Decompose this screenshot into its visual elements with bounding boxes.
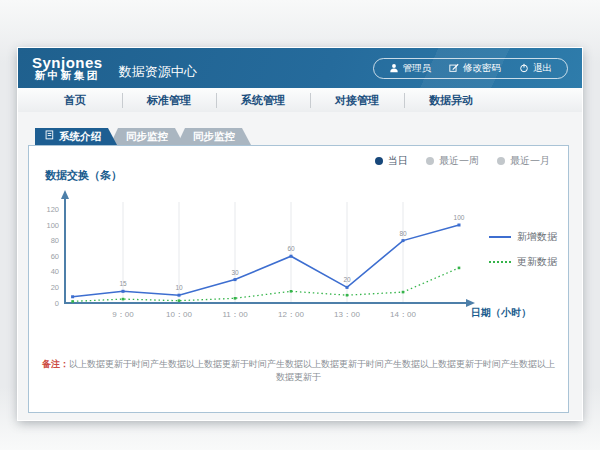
- radio-last-month[interactable]: 最近一月: [497, 154, 550, 168]
- user-account-button[interactable]: 管理员: [380, 62, 441, 75]
- logo-primary-text: Synjones: [32, 55, 103, 71]
- data-point: [71, 300, 74, 303]
- data-point: [290, 290, 293, 293]
- y-tick-label: 0: [55, 299, 59, 308]
- data-point: [234, 297, 237, 300]
- document-icon: [45, 128, 54, 145]
- chart-panel: 当日 最近一周 最近一月 数据交换（条） 0204060801001209：00…: [28, 145, 569, 413]
- data-point: [122, 290, 125, 293]
- tab-label: 同步监控: [126, 128, 168, 145]
- data-point: [402, 291, 405, 294]
- legend-item-updated-data: 更新数据: [489, 255, 557, 269]
- legend-label: 新增数据: [517, 230, 557, 244]
- x-tick-label: 14：00: [390, 310, 416, 319]
- nav-item-standard-mgmt[interactable]: 标准管理: [122, 89, 216, 112]
- page-title: 数据资源中心: [119, 63, 197, 81]
- tab-label: 同步监控: [193, 128, 235, 145]
- x-tick-label: 12：00: [278, 310, 304, 319]
- point-value-label: 15: [119, 280, 127, 287]
- tab-sync-monitor-2[interactable]: 同步监控: [177, 128, 251, 145]
- company-logo: Synjones 新中新集团: [32, 55, 103, 82]
- data-point: [402, 239, 405, 242]
- radio-label: 最近一月: [510, 154, 550, 168]
- y-tick-label: 120: [46, 205, 59, 214]
- x-tick-label: 13：00: [334, 310, 360, 319]
- data-point: [458, 224, 461, 227]
- data-point: [234, 278, 237, 281]
- data-point: [122, 298, 125, 301]
- y-tick-label: 60: [51, 252, 59, 261]
- y-tick-label: 80: [51, 236, 59, 245]
- chart-legend: 新增数据 更新数据: [489, 230, 557, 280]
- y-tick-label: 40: [51, 267, 59, 276]
- edit-icon: [449, 63, 459, 73]
- power-icon: [519, 63, 529, 73]
- change-password-button[interactable]: 修改密码: [440, 62, 510, 75]
- solid-line-icon: [489, 236, 511, 238]
- tab-bar: 系统介绍 同步监控 同步监控: [35, 128, 244, 145]
- x-tick-label: 11：00: [222, 310, 248, 319]
- change-password-label: 修改密码: [463, 62, 501, 75]
- main-nav: 首页 标准管理 系统管理 对接管理 数据异动: [18, 88, 582, 113]
- x-axis-title: 日期（小时）: [471, 306, 531, 320]
- app-window: Synjones 新中新集团 数据资源中心 管理员 修改密码 退出 首页 标准管…: [18, 48, 582, 420]
- y-axis-arrow-icon: [61, 190, 69, 199]
- point-value-label: 60: [287, 245, 295, 252]
- nav-item-system-mgmt[interactable]: 系统管理: [216, 89, 310, 112]
- footnote-text: 以上数据更新于时间产生数据以上数据更新于时间产生数据以上数据更新于时间产生数据以…: [69, 359, 555, 382]
- nav-item-interface-mgmt[interactable]: 对接管理: [310, 89, 404, 112]
- y-tick-label: 20: [51, 283, 59, 292]
- top-header: Synjones 新中新集团 数据资源中心 管理员 修改密码 退出: [18, 48, 582, 88]
- tab-label: 系统介绍: [59, 128, 101, 145]
- nav-item-home[interactable]: 首页: [28, 89, 122, 112]
- data-point: [346, 294, 349, 297]
- x-tick-label: 10：00: [166, 310, 192, 319]
- logout-button[interactable]: 退出: [510, 62, 561, 75]
- data-point: [290, 255, 293, 258]
- series-line-1: [73, 268, 459, 302]
- data-point: [458, 267, 461, 270]
- nav-item-data-change[interactable]: 数据异动: [404, 89, 498, 112]
- point-value-label: 20: [343, 276, 351, 283]
- tab-system-intro[interactable]: 系统介绍: [35, 128, 117, 145]
- point-value-label: 10: [175, 284, 183, 291]
- data-point: [178, 294, 181, 297]
- legend-item-new-data: 新增数据: [489, 230, 557, 244]
- y-tick-label: 100: [46, 221, 59, 230]
- point-value-label: 100: [454, 214, 465, 221]
- content-area: 系统介绍 同步监控 同步监控 当日 最近一周: [18, 112, 582, 420]
- dotted-line-icon: [489, 261, 511, 263]
- data-point: [346, 286, 349, 289]
- radio-dot-icon: [497, 157, 505, 165]
- x-tick-label: 9：00: [112, 310, 134, 319]
- point-value-label: 80: [399, 230, 407, 237]
- legend-label: 更新数据: [517, 255, 557, 269]
- user-account-label: 管理员: [403, 62, 432, 75]
- tab-sync-monitor-1[interactable]: 同步监控: [110, 128, 184, 145]
- data-point: [71, 295, 74, 298]
- user-icon: [389, 63, 399, 73]
- point-value-label: 30: [231, 269, 239, 276]
- user-menu: 管理员 修改密码 退出: [373, 58, 569, 79]
- data-point: [178, 299, 181, 302]
- logout-label: 退出: [533, 62, 552, 75]
- logo-secondary-text: 新中新集团: [32, 70, 103, 81]
- footnote-prefix: 备注：: [42, 359, 69, 369]
- line-chart: 0204060801001209：0010：0011：0012：0013：001…: [35, 158, 485, 333]
- footnote: 备注：以上数据更新于时间产生数据以上数据更新于时间产生数据以上数据更新于时间产生…: [39, 358, 558, 384]
